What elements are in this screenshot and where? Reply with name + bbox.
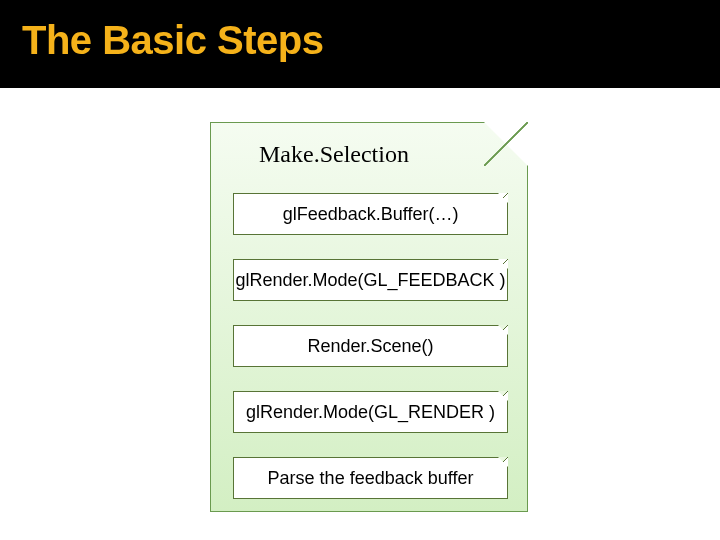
- slide: The Basic Steps Make.Selection glFeedbac…: [0, 0, 720, 540]
- step-3: Render.Scene(): [233, 325, 508, 367]
- step-1: glFeedback.Buffer(…): [233, 193, 508, 235]
- step-5: Parse the feedback buffer: [233, 457, 508, 499]
- step-2: glRender.Mode(GL_FEEDBACK ): [233, 259, 508, 301]
- steps-list: glFeedback.Buffer(…) glRender.Mode(GL_FE…: [233, 193, 508, 499]
- steps-panel: Make.Selection glFeedback.Buffer(…) glRe…: [210, 122, 528, 512]
- step-4: glRender.Mode(GL_RENDER ): [233, 391, 508, 433]
- slide-title: The Basic Steps: [22, 18, 324, 63]
- panel-heading: Make.Selection: [259, 141, 409, 168]
